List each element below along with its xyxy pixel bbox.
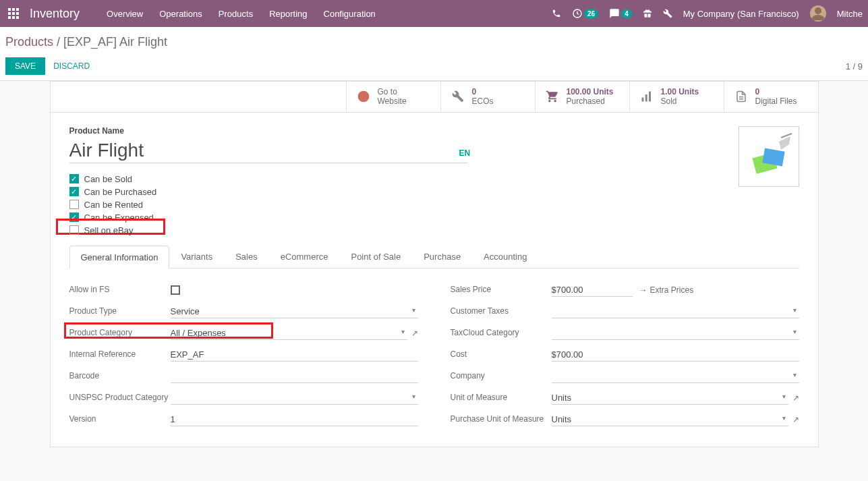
arrow-right-icon: →: [639, 285, 647, 295]
product-name-input[interactable]: [69, 138, 467, 163]
lang-button[interactable]: EN: [459, 148, 471, 158]
pager[interactable]: 1 / 9: [846, 61, 863, 72]
nav-products[interactable]: Products: [219, 9, 253, 19]
product-category-select[interactable]: [171, 327, 407, 340]
username[interactable]: Mitche: [837, 9, 863, 19]
save-button[interactable]: SAVE: [5, 57, 45, 75]
control-bar: Products / [EXP_AF] Air Flight SAVE DISC…: [0, 27, 868, 81]
breadcrumb-root[interactable]: Products: [5, 35, 53, 49]
product-name-label: Product Name: [69, 126, 799, 136]
nav-operations[interactable]: Operations: [159, 9, 202, 19]
check-can-be-expensed[interactable]: [69, 213, 79, 222]
unspsc-select[interactable]: [171, 391, 418, 405]
uom-select[interactable]: [552, 391, 788, 405]
purchase-uom-select[interactable]: [552, 413, 788, 426]
svg-rect-6: [8, 16, 11, 19]
external-link-icon[interactable]: ↗: [792, 393, 799, 403]
customer-taxes-select[interactable]: [552, 305, 799, 318]
allow-fs-checkbox[interactable]: [171, 285, 180, 295]
tabs: General Information Variants Sales eComm…: [69, 245, 799, 268]
globe-icon: [356, 89, 371, 104]
stat-ecos[interactable]: 0ECOs: [440, 82, 535, 112]
tab-accounting[interactable]: Accounting: [472, 245, 538, 268]
tools-icon[interactable]: [663, 9, 672, 18]
stat-purchased[interactable]: 100.00 UnitsPurchased: [535, 82, 629, 112]
nav-menu: Overview Operations Products Reporting C…: [107, 9, 376, 19]
tab-purchase[interactable]: Purchase: [412, 245, 472, 268]
company-select[interactable]: [552, 370, 799, 383]
svg-rect-14: [649, 92, 651, 102]
svg-rect-12: [641, 98, 643, 102]
tab-point-of-sale[interactable]: Point of Sale: [339, 245, 412, 268]
apps-icon[interactable]: [5, 5, 22, 22]
svg-point-10: [815, 7, 821, 14]
taxcloud-select[interactable]: [552, 327, 799, 340]
nav-overview[interactable]: Overview: [107, 9, 143, 19]
stat-digital-files[interactable]: 0Digital Files: [724, 82, 818, 112]
internal-reference-input[interactable]: [171, 348, 418, 362]
svg-rect-8: [16, 16, 19, 19]
svg-rect-0: [8, 8, 11, 11]
external-link-icon[interactable]: ↗: [792, 415, 799, 424]
tab-variants[interactable]: Variants: [169, 245, 224, 268]
activities-icon[interactable]: 26: [572, 8, 598, 19]
file-icon: [734, 89, 749, 104]
svg-rect-7: [12, 16, 15, 19]
svg-rect-1: [12, 8, 15, 11]
check-can-be-rented[interactable]: [69, 200, 79, 209]
svg-point-11: [357, 91, 369, 103]
product-type-select[interactable]: [171, 305, 418, 318]
phone-icon[interactable]: [552, 9, 561, 18]
extra-prices-link[interactable]: →Extra Prices: [639, 285, 694, 295]
activities-badge: 26: [584, 9, 598, 18]
stat-website[interactable]: Go toWebsite: [346, 82, 440, 112]
stat-sold[interactable]: 1.00 UnitsSold: [629, 82, 724, 112]
svg-rect-2: [16, 8, 19, 11]
tab-ecommerce[interactable]: eCommerce: [269, 245, 340, 268]
check-can-be-sold[interactable]: [69, 174, 79, 183]
barcode-input[interactable]: [171, 370, 418, 383]
tab-general-information[interactable]: General Information: [69, 246, 170, 268]
stat-bar: Go toWebsite 0ECOs 100.00 UnitsPurchased…: [51, 82, 818, 113]
svg-rect-13: [645, 94, 647, 102]
check-can-be-purchased[interactable]: [69, 187, 79, 196]
nav-configuration[interactable]: Configuration: [324, 9, 376, 19]
form-sheet: Go toWebsite 0ECOs 100.00 UnitsPurchased…: [50, 81, 819, 447]
wrench-icon: [451, 89, 465, 104]
messages-icon[interactable]: 4: [609, 8, 632, 19]
bars-icon: [639, 89, 654, 104]
version-input[interactable]: [171, 413, 418, 426]
breadcrumb-current: [EXP_AF] Air Flight: [63, 35, 167, 49]
user-avatar[interactable]: [810, 5, 826, 22]
cost-input[interactable]: [552, 348, 799, 362]
messages-badge: 4: [621, 9, 632, 18]
external-link-icon[interactable]: ↗: [411, 329, 418, 338]
cart-icon: [545, 89, 560, 104]
nav-reporting[interactable]: Reporting: [269, 9, 307, 19]
svg-rect-4: [12, 12, 15, 15]
check-sell-on-ebay[interactable]: [69, 225, 79, 235]
svg-rect-5: [16, 12, 19, 15]
company-selector[interactable]: My Company (San Francisco): [683, 9, 799, 19]
svg-rect-3: [8, 12, 11, 15]
gift-icon[interactable]: [643, 9, 652, 18]
breadcrumb: Products / [EXP_AF] Air Flight: [0, 27, 868, 52]
app-brand[interactable]: Inventory: [30, 7, 80, 21]
sales-price-input[interactable]: [552, 283, 633, 297]
discard-button[interactable]: DISCARD: [53, 61, 90, 71]
tab-sales[interactable]: Sales: [224, 245, 269, 268]
top-navbar: Inventory Overview Operations Products R…: [0, 0, 868, 27]
